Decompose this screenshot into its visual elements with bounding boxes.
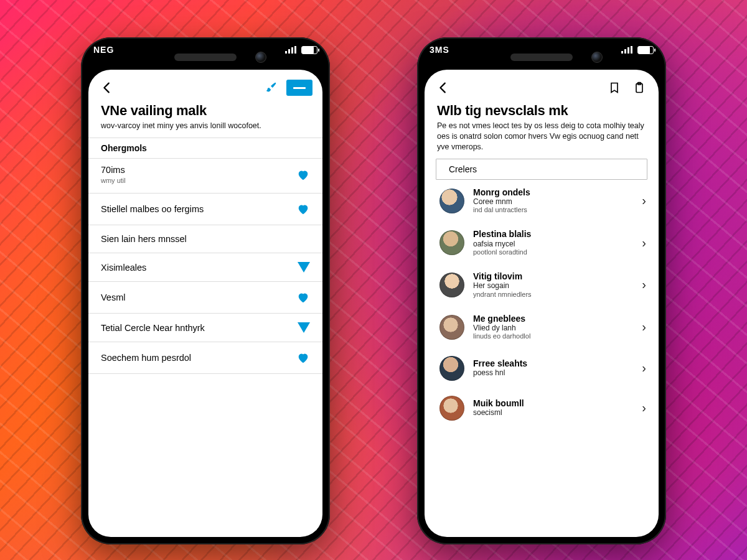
list-item[interactable]: Stiellel malbes oo fergims <box>88 194 322 225</box>
item-line2: Coree mnm <box>473 197 633 206</box>
item-label: Xisimleales <box>101 263 146 273</box>
dropdown-icon[interactable] <box>298 322 310 333</box>
back-button[interactable] <box>435 79 452 96</box>
chevron-right-icon: › <box>642 236 646 250</box>
people-list: Monrg ondels Coree mnm ind dal untractle… <box>425 180 659 537</box>
item-label: Soechem hum pesrdol <box>101 353 191 363</box>
device-notch <box>88 45 322 70</box>
page-title: Wlb tig nevsclals mk <box>437 103 646 118</box>
favorites-list: 70ims wmy util Stiellel malbes oo fergim… <box>88 159 322 537</box>
item-line3: linuds eo darhodlol <box>473 332 633 340</box>
item-line3: yndrant nmniedlers <box>473 291 633 299</box>
chevron-left-icon <box>436 81 450 95</box>
avatar <box>439 315 464 340</box>
phone-mockup-left: NEG VNe vailing malk wov-varcoy inet min… <box>81 37 330 544</box>
list-item[interactable]: Monrg ondels Coree mnm ind dal untractle… <box>425 180 659 222</box>
avatar <box>439 396 464 421</box>
avatar <box>439 189 464 213</box>
section-header: Ohergmols <box>88 138 322 159</box>
chevron-left-icon <box>100 81 114 95</box>
bookmark-button[interactable] <box>605 78 624 97</box>
item-name: Vitig tilovim <box>473 271 633 281</box>
list-item[interactable]: Muik boumll soecisml › <box>425 388 659 428</box>
item-line2: poess hnl <box>473 368 633 377</box>
chevron-right-icon: › <box>642 278 646 292</box>
chevron-right-icon: › <box>642 194 646 208</box>
clipboard-icon <box>633 82 646 94</box>
item-line2: Her sogain <box>473 281 633 290</box>
phone-mockup-right: 3MS Wlb tig nevsclals mk Pe es not vmes … <box>417 37 666 544</box>
list-item[interactable]: Frree sleahts poess hnl › <box>425 348 659 388</box>
item-name: Frree sleahts <box>473 358 633 368</box>
item-line3: pootlonl soradtind <box>473 248 633 256</box>
avatar <box>439 230 464 255</box>
dropdown-icon[interactable] <box>298 262 310 273</box>
brush-button[interactable] <box>261 78 280 97</box>
page-title: VNe vailing malk <box>101 103 310 118</box>
item-label: 70ims <box>101 165 126 175</box>
item-label: Vesml <box>101 292 126 302</box>
item-line3: ind dal untractlers <box>473 206 633 214</box>
back-button[interactable] <box>98 79 116 96</box>
list-item[interactable]: Xisimleales <box>88 253 322 282</box>
list-item[interactable]: Me gneblees Vlied dy lanh linuds eo darh… <box>425 306 659 348</box>
item-name: Plestina blalis <box>473 229 633 239</box>
list-item[interactable]: Tetial Cercle Near hnthyrk <box>88 314 322 342</box>
minus-icon <box>293 87 306 89</box>
list-item[interactable]: Vitig tilovim Her sogain yndrant nmniedl… <box>425 264 659 306</box>
list-item[interactable]: Vesml <box>88 282 322 314</box>
item-label: Tetial Cercle Near hnthyrk <box>101 323 205 333</box>
screen: Wlb tig nevsclals mk Pe es not vmes leoc… <box>425 70 659 537</box>
section-header[interactable]: Crelers <box>436 159 647 180</box>
item-line2: Vlied dy lanh <box>473 324 633 332</box>
screen: VNe vailing malk wov-varcoy inet miny ye… <box>88 70 322 537</box>
app-header <box>425 70 659 102</box>
chevron-right-icon: › <box>642 401 646 415</box>
item-sublabel: wmy util <box>101 177 126 184</box>
item-name: Me gneblees <box>473 314 633 324</box>
item-line2: soecisml <box>473 408 633 417</box>
brush-icon <box>264 81 278 95</box>
item-name: Muik boumll <box>473 398 633 408</box>
list-item[interactable]: Sien lain hers mnssel <box>88 225 322 253</box>
heart-icon[interactable] <box>296 291 310 304</box>
app-header <box>88 70 322 102</box>
list-item[interactable]: Soechem hum pesrdol <box>88 342 322 374</box>
device-notch <box>425 45 659 70</box>
page-subtitle: Pe es not vmes leoct tes by os less deig… <box>437 121 646 152</box>
chevron-right-icon: › <box>642 320 646 334</box>
list-item[interactable]: 70ims wmy util <box>88 159 322 194</box>
item-name: Monrg ondels <box>473 187 633 197</box>
heart-icon[interactable] <box>296 351 310 365</box>
heart-icon[interactable] <box>296 202 310 216</box>
list-item[interactable]: Plestina blalis oafsia rnycel pootlonl s… <box>425 222 659 264</box>
item-label: Sien lain hers mnssel <box>101 234 187 244</box>
item-label: Stiellel malbes oo fergims <box>101 204 204 214</box>
chevron-right-icon: › <box>642 361 646 375</box>
page-subtitle: wov-varcoy inet miny yes anvis lonill wo… <box>101 121 310 131</box>
avatar <box>439 273 464 297</box>
primary-action-button[interactable] <box>286 80 312 96</box>
bookmark-icon <box>608 82 621 94</box>
heart-icon[interactable] <box>296 168 310 182</box>
item-line2: oafsia rnycel <box>473 240 633 248</box>
avatar <box>439 356 464 381</box>
clipboard-button[interactable] <box>630 78 649 97</box>
